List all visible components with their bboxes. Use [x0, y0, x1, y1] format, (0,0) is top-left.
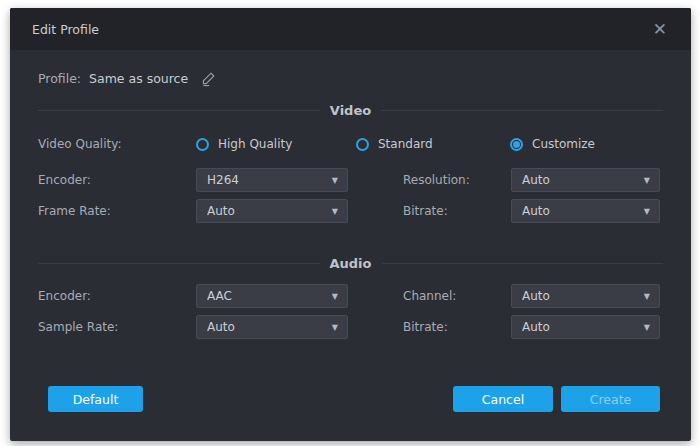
divider: [381, 110, 663, 111]
profile-label: Profile:: [38, 71, 81, 86]
audio-section-header: Audio: [38, 254, 663, 272]
video-bitrate-label: Bitrate:: [403, 204, 511, 218]
video-section-header: Video: [38, 101, 663, 119]
video-encoder-label: Encoder:: [38, 173, 196, 187]
radio-standard[interactable]: Standard: [356, 137, 510, 151]
audio-samplerate-label: Sample Rate:: [38, 320, 196, 334]
chevron-down-icon: ▼: [644, 176, 650, 185]
chevron-down-icon: ▼: [644, 323, 650, 332]
radio-icon: [510, 138, 523, 151]
edit-profile-dialog: Edit Profile ✕ Profile: Same as source V…: [10, 8, 691, 441]
video-bitrate-dropdown[interactable]: Auto ▼: [511, 199, 660, 223]
audio-encoder-label: Encoder:: [38, 289, 196, 303]
video-framerate-label: Frame Rate:: [38, 204, 196, 218]
chevron-down-icon: ▼: [644, 292, 650, 301]
close-icon[interactable]: ✕: [649, 19, 671, 40]
radio-high-quality[interactable]: High Quality: [196, 137, 356, 151]
radio-icon: [196, 138, 209, 151]
dialog-title: Edit Profile: [32, 22, 649, 37]
chevron-down-icon: ▼: [332, 176, 338, 185]
divider: [382, 263, 664, 264]
audio-bitrate-dropdown[interactable]: Auto ▼: [511, 315, 660, 339]
video-section-title: Video: [320, 103, 381, 118]
radio-icon: [356, 138, 369, 151]
video-resolution-dropdown[interactable]: Auto ▼: [511, 168, 660, 192]
create-button[interactable]: Create: [561, 386, 660, 412]
edit-pencil-icon[interactable]: [200, 70, 217, 87]
audio-encoder-dropdown[interactable]: AAC ▼: [196, 284, 348, 308]
video-row-2: Frame Rate: Auto ▼ Bitrate: Auto ▼: [38, 199, 663, 223]
video-framerate-dropdown[interactable]: Auto ▼: [196, 199, 348, 223]
profile-row: Profile: Same as source: [38, 65, 663, 91]
chevron-down-icon: ▼: [332, 323, 338, 332]
video-row-1: Encoder: H264 ▼ Resolution: Auto ▼: [38, 168, 663, 192]
audio-row-2: Sample Rate: Auto ▼ Bitrate: Auto ▼: [38, 315, 663, 339]
dialog-header: Edit Profile ✕: [10, 8, 691, 50]
chevron-down-icon: ▼: [332, 292, 338, 301]
audio-channel-label: Channel:: [403, 289, 511, 303]
dialog-body: Profile: Same as source Video Video Qual…: [10, 65, 691, 412]
video-quality-label: Video Quality:: [38, 137, 196, 151]
audio-samplerate-dropdown[interactable]: Auto ▼: [196, 315, 348, 339]
audio-row-1: Encoder: AAC ▼ Channel: Auto ▼: [38, 284, 663, 308]
cancel-button[interactable]: Cancel: [453, 386, 553, 412]
audio-section-title: Audio: [320, 256, 382, 271]
video-resolution-label: Resolution:: [403, 173, 511, 187]
dialog-footer: Default Cancel Create: [38, 386, 663, 412]
chevron-down-icon: ▼: [332, 207, 338, 216]
chevron-down-icon: ▼: [644, 207, 650, 216]
radio-customize[interactable]: Customize: [510, 137, 595, 151]
divider: [38, 263, 320, 264]
default-button[interactable]: Default: [48, 386, 143, 412]
audio-bitrate-label: Bitrate:: [403, 320, 511, 334]
video-quality-row: Video Quality: High Quality Standard Cus…: [38, 132, 663, 156]
video-encoder-dropdown[interactable]: H264 ▼: [196, 168, 348, 192]
divider: [38, 110, 320, 111]
audio-channel-dropdown[interactable]: Auto ▼: [511, 284, 660, 308]
profile-name-value: Same as source: [89, 71, 188, 86]
